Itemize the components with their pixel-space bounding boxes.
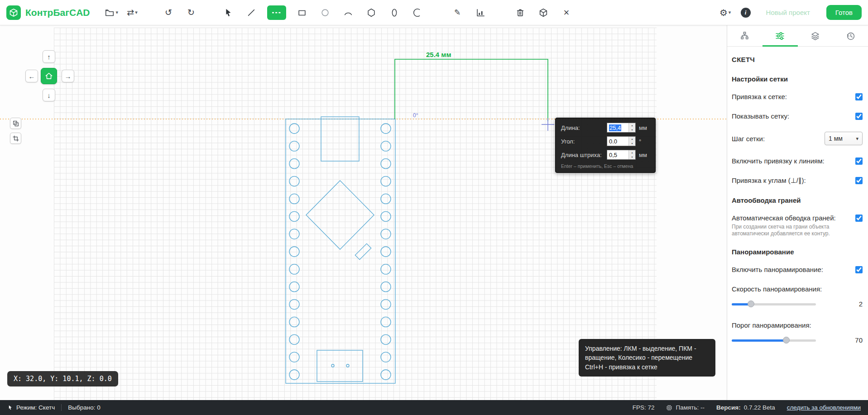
chip-diamond-outline[interactable]: [306, 181, 374, 249]
slider-thumb[interactable]: [748, 301, 754, 307]
spin-up-icon[interactable]: ▴: [629, 150, 635, 155]
spin-down-icon[interactable]: ▾: [629, 141, 635, 146]
pin-hole[interactable]: [381, 124, 391, 134]
pin-hole[interactable]: [381, 300, 391, 310]
info-button[interactable]: i: [741, 8, 751, 18]
pin-hole[interactable]: [289, 159, 299, 169]
pin-hole[interactable]: [289, 352, 299, 362]
hexagon-icon: [366, 8, 376, 18]
ready-button[interactable]: Готов: [826, 5, 862, 20]
drawing-canvas[interactable]: 25.4 мм 0° ↑ ← → ↓: [0, 25, 727, 400]
pin-hole[interactable]: [381, 194, 391, 204]
board-outline[interactable]: [286, 119, 395, 383]
bottom-connector-outline[interactable]: [317, 350, 363, 382]
import-export-button[interactable]: ⇄ ▾: [125, 5, 139, 20]
pin-hole[interactable]: [289, 247, 299, 257]
pin-hole[interactable]: [289, 211, 299, 221]
pin-hole[interactable]: [381, 211, 391, 221]
spin-down-icon[interactable]: ▾: [629, 155, 635, 159]
dashed-line-tool-button[interactable]: [267, 5, 286, 20]
pan-enable-checkbox[interactable]: [855, 266, 863, 273]
pan-left-button[interactable]: ←: [25, 70, 38, 82]
edit-tool-button[interactable]: ✎: [450, 5, 465, 20]
snap-grid-checkbox[interactable]: [855, 93, 863, 100]
tree-icon: [740, 31, 749, 41]
crop-region-button[interactable]: [10, 133, 21, 144]
tab-layers[interactable]: [798, 25, 833, 46]
copy-view-button[interactable]: [10, 118, 21, 129]
auto-outline-checkbox[interactable]: [855, 215, 863, 222]
crystal-outline[interactable]: [355, 243, 371, 259]
pin-hole[interactable]: [289, 282, 299, 292]
home-view-button[interactable]: [41, 68, 57, 84]
select-tool-button[interactable]: [221, 5, 235, 20]
pin-hole[interactable]: [381, 141, 391, 151]
pin-hole[interactable]: [289, 141, 299, 151]
circle-tool-button[interactable]: [318, 5, 332, 20]
pin-hole[interactable]: [289, 300, 299, 310]
delete-button[interactable]: [513, 5, 528, 20]
pin-hole[interactable]: [381, 264, 391, 274]
pin-hole[interactable]: [381, 352, 391, 362]
package-button[interactable]: [536, 5, 551, 20]
pan-threshold-slider[interactable]: [732, 337, 816, 344]
line-tool-button[interactable]: [244, 5, 259, 20]
slider-thumb[interactable]: [783, 337, 790, 343]
pin-hole[interactable]: [289, 370, 299, 380]
pin-hole[interactable]: [381, 317, 391, 327]
mount-dot[interactable]: [331, 364, 334, 367]
pin-hole[interactable]: [381, 247, 391, 257]
rectangle-tool-button[interactable]: [295, 5, 309, 20]
usb-connector-outline[interactable]: [321, 117, 359, 161]
pan-speed-slider[interactable]: [732, 301, 816, 308]
spin-up-icon[interactable]: ▴: [629, 137, 635, 141]
open-file-button[interactable]: ▾: [103, 5, 120, 20]
length-input[interactable]: 25,4: [607, 123, 628, 132]
close-sketch-button[interactable]: ×: [559, 5, 574, 20]
redo-button[interactable]: ↻: [184, 5, 198, 20]
pan-right-button[interactable]: →: [62, 70, 74, 82]
settings-button[interactable]: ⚙ ▾: [718, 5, 733, 20]
arc-tool-button[interactable]: [341, 5, 355, 20]
tab-structure[interactable]: [727, 25, 762, 46]
spin-down-icon[interactable]: ▾: [629, 128, 635, 132]
tab-history[interactable]: [833, 25, 868, 46]
ellipse-tool-button[interactable]: [387, 5, 402, 20]
pin-hole[interactable]: [289, 194, 299, 204]
grid-step-select[interactable]: 1 мм ▾: [825, 132, 863, 145]
measure-tool-button[interactable]: [473, 5, 488, 20]
pin-hole[interactable]: [289, 229, 299, 239]
board-sketch[interactable]: [286, 117, 395, 383]
pan-up-button[interactable]: ↑: [43, 50, 55, 63]
length-stepper[interactable]: ▴ ▾: [628, 123, 635, 132]
pin-hole[interactable]: [289, 264, 299, 274]
tab-settings[interactable]: [762, 25, 798, 46]
pin-hole[interactable]: [289, 334, 299, 344]
arc-segment-tool-button[interactable]: [410, 5, 425, 20]
pin-hole[interactable]: [289, 176, 299, 186]
pin-hole[interactable]: [289, 124, 299, 134]
selected-count: Выбрано: 0: [61, 404, 100, 411]
pin-holes[interactable]: [289, 124, 391, 380]
angle-stepper[interactable]: ▴ ▾: [628, 137, 635, 146]
dash-length-input[interactable]: 0,5: [607, 150, 628, 159]
trash-icon: [515, 8, 525, 18]
pin-hole[interactable]: [289, 317, 299, 327]
angle-input[interactable]: 0.0: [607, 137, 628, 146]
undo-button[interactable]: ↺: [161, 5, 176, 20]
pin-hole[interactable]: [381, 334, 391, 344]
pin-hole[interactable]: [381, 159, 391, 169]
snap-angles-checkbox[interactable]: [855, 177, 863, 184]
pin-hole[interactable]: [381, 370, 391, 380]
pin-hole[interactable]: [381, 282, 391, 292]
snap-lines-checkbox[interactable]: [855, 157, 863, 165]
polygon-tool-button[interactable]: [364, 5, 379, 20]
spin-up-icon[interactable]: ▴: [629, 123, 635, 128]
dash-length-stepper[interactable]: ▴ ▾: [628, 150, 635, 159]
mount-dot[interactable]: [346, 364, 349, 367]
pin-hole[interactable]: [381, 176, 391, 186]
pan-down-button[interactable]: ↓: [43, 89, 55, 101]
show-grid-checkbox[interactable]: [855, 113, 863, 120]
updates-link[interactable]: следить за обновлениями: [787, 404, 861, 411]
pin-hole[interactable]: [381, 229, 391, 239]
